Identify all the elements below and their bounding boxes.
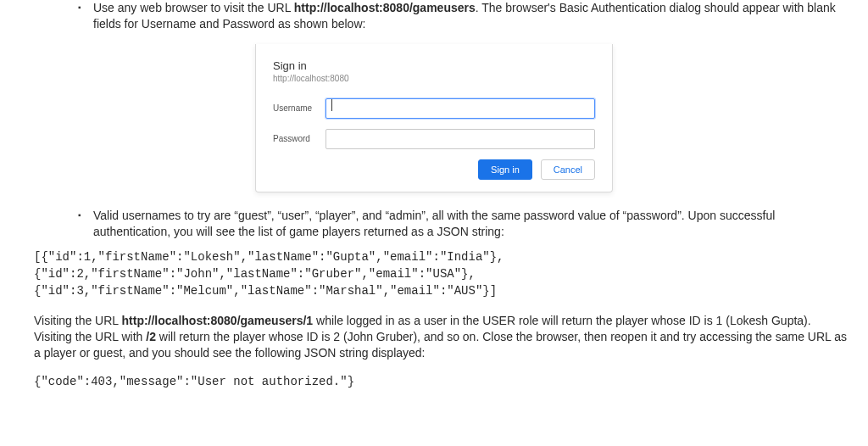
username-row: Username (273, 98, 595, 119)
para-pre: Visiting the URL (34, 314, 122, 327)
username-label: Username (273, 103, 326, 113)
para-post: will return the player whose ID is 2 (Jo… (34, 330, 847, 360)
text-cursor (331, 99, 332, 111)
bullet-visit-url: Use any web browser to visit the URL htt… (93, 0, 851, 32)
username-input[interactable] (326, 98, 595, 119)
bullet-text-a: Use any web browser to visit the URL (93, 1, 294, 14)
dialog-button-row: Sign in Cancel (273, 159, 595, 180)
explanation-paragraph: Visiting the URL http://localhost:8080/g… (17, 313, 851, 361)
para-slash2: /2 (146, 330, 156, 343)
dialog-title: Sign in (273, 59, 595, 72)
bullet-valid-users: Valid usernames to try are “guest”, “use… (93, 208, 851, 240)
password-label: Password (273, 134, 326, 143)
dialog-origin: http://localhost:8080 (273, 74, 595, 83)
json-output-block: [{"id":1,"firstName":"Lokesh","lastName"… (17, 248, 851, 300)
bullet-url: http://localhost:8080/gameusers (294, 1, 476, 14)
auth-dialog-wrap: Sign in http://localhost:8080 Username P… (17, 44, 851, 192)
password-row: Password (273, 129, 595, 149)
bullet-valid-users-text: Valid usernames to try are “guest”, “use… (93, 209, 775, 238)
cancel-button[interactable]: Cancel (541, 159, 595, 180)
para-url: http://localhost:8080/gameusers/1 (122, 314, 314, 327)
signin-button[interactable]: Sign in (478, 159, 532, 180)
auth-dialog: Sign in http://localhost:8080 Username P… (255, 44, 613, 192)
password-input[interactable] (326, 129, 595, 149)
json-error-block: {"code":403,"message":"User not authoriz… (17, 373, 851, 390)
